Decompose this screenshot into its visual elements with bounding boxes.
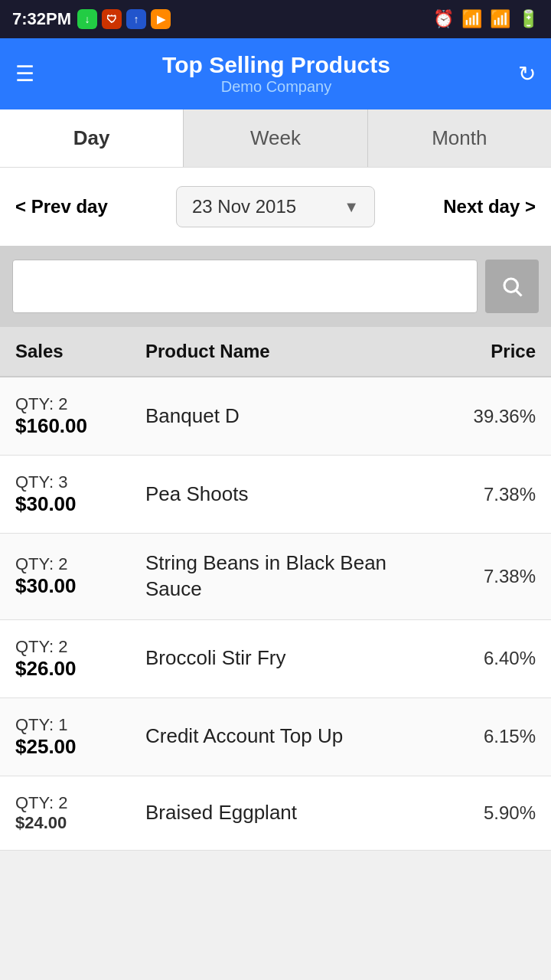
- search-button[interactable]: [485, 260, 539, 313]
- page-title: Top Selling Products: [162, 52, 390, 78]
- app-icons: ↓ 🛡 ↑ ▶: [77, 9, 171, 29]
- header-product-name: Product Name: [138, 341, 436, 362]
- sales-cell: QTY: 3 $30.00: [15, 472, 138, 516]
- products-table: Sales Product Name Price QTY: 2 $160.00 …: [0, 327, 551, 851]
- wifi-icon: 📶: [461, 9, 482, 29]
- price-percent: 7.38%: [436, 566, 536, 587]
- tab-day[interactable]: Day: [0, 109, 183, 167]
- amount-text: $160.00: [15, 414, 138, 438]
- app-icon-4: ▶: [151, 9, 171, 29]
- sales-cell: QTY: 1 $25.00: [15, 715, 138, 759]
- qty-text: QTY: 2: [15, 637, 138, 657]
- refresh-icon[interactable]: ↻: [518, 61, 536, 87]
- search-bar: [0, 246, 551, 327]
- next-day-button[interactable]: Next day >: [443, 196, 536, 217]
- qty-text: QTY: 2: [15, 554, 138, 574]
- tab-month[interactable]: Month: [367, 109, 551, 167]
- time-display: 7:32PM: [12, 9, 71, 29]
- qty-text: QTY: 2: [15, 394, 138, 414]
- product-name: Pea Shoots: [138, 482, 436, 508]
- sales-cell: QTY: 2 $26.00: [15, 637, 138, 681]
- product-name: Banquet D: [138, 403, 436, 430]
- date-selector[interactable]: 23 Nov 2015 ▼: [176, 186, 375, 227]
- sales-cell: QTY: 2 $30.00: [15, 554, 138, 598]
- battery-icon: 🔋: [518, 9, 539, 29]
- amount-text: $25.00: [15, 735, 138, 759]
- tab-week[interactable]: Week: [183, 109, 367, 167]
- qty-text: QTY: 3: [15, 472, 138, 492]
- app-icon-2: 🛡: [102, 9, 122, 29]
- app-icon-1: ↓: [77, 9, 97, 29]
- table-row[interactable]: QTY: 2 $26.00 Broccoli Stir Fry 6.40%: [0, 620, 551, 698]
- amount-text: $30.00: [15, 574, 138, 598]
- price-percent: 6.15%: [436, 726, 536, 747]
- price-percent: 5.90%: [436, 802, 536, 824]
- app-icon-3: ↑: [126, 9, 146, 29]
- system-icons: ⏰ 📶 📶 🔋: [433, 9, 539, 29]
- header-price: Price: [436, 341, 536, 362]
- menu-icon[interactable]: ☰: [15, 61, 34, 87]
- signal-icon: 📶: [490, 9, 510, 29]
- sales-cell: QTY: 2 $160.00: [15, 394, 138, 438]
- current-date: 23 Nov 2015: [192, 196, 296, 217]
- sales-cell: QTY: 2 $24.00: [15, 793, 138, 833]
- table-row[interactable]: QTY: 1 $25.00 Credit Account Top Up 6.15…: [0, 698, 551, 776]
- svg-point-0: [504, 279, 518, 292]
- status-bar: 7:32PM ↓ 🛡 ↑ ▶ ⏰ 📶 📶 🔋: [0, 0, 551, 38]
- tab-bar: Day Week Month: [0, 109, 551, 168]
- table-row[interactable]: QTY: 3 $30.00 Pea Shoots 7.38%: [0, 456, 551, 534]
- header-sales: Sales: [15, 341, 138, 362]
- product-name: Credit Account Top Up: [138, 724, 436, 750]
- amount-text: $30.00: [15, 492, 138, 516]
- table-header: Sales Product Name Price: [0, 327, 551, 377]
- search-input[interactable]: [12, 260, 478, 313]
- table-row[interactable]: QTY: 2 $24.00 Braised Eggplant 5.90%: [0, 776, 551, 851]
- amount-text: $24.00: [15, 813, 138, 833]
- alarm-icon: ⏰: [433, 9, 454, 29]
- price-percent: 6.40%: [436, 648, 536, 669]
- header-center: Top Selling Products Demo Company: [162, 52, 390, 96]
- amount-text: $26.00: [15, 657, 138, 681]
- prev-day-button[interactable]: < Prev day: [15, 196, 108, 217]
- company-name: Demo Company: [162, 78, 390, 96]
- table-row[interactable]: QTY: 2 $30.00 String Beans in Black Bean…: [0, 534, 551, 620]
- product-name: String Beans in Black Bean Sauce: [138, 550, 436, 603]
- price-percent: 39.36%: [436, 406, 536, 427]
- search-icon: [500, 275, 523, 298]
- app-header: ☰ Top Selling Products Demo Company ↻: [0, 38, 551, 109]
- product-name: Braised Eggplant: [138, 800, 436, 826]
- dropdown-arrow-icon: ▼: [344, 198, 359, 216]
- product-name: Broccoli Stir Fry: [138, 645, 436, 671]
- table-row[interactable]: QTY: 2 $160.00 Banquet D 39.36%: [0, 377, 551, 456]
- qty-text: QTY: 1: [15, 715, 138, 735]
- date-navigation: < Prev day 23 Nov 2015 ▼ Next day >: [0, 168, 551, 246]
- price-percent: 7.38%: [436, 484, 536, 505]
- svg-line-1: [517, 291, 522, 296]
- qty-text: QTY: 2: [15, 793, 138, 813]
